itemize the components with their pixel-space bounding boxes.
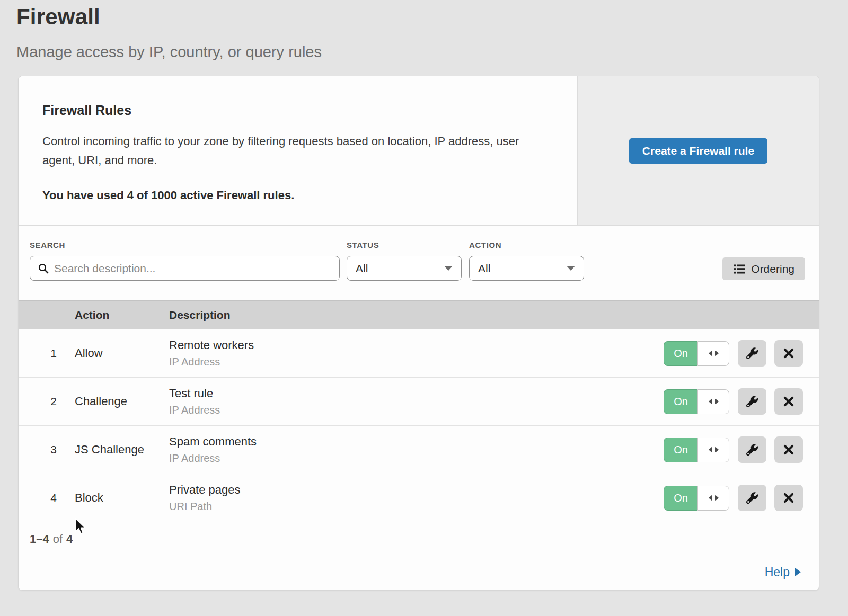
- rule-enabled-toggle[interactable]: On: [664, 341, 729, 366]
- delete-rule-button[interactable]: [774, 485, 803, 511]
- firewall-rules-card: Firewall Rules Control incoming traffic …: [18, 76, 819, 591]
- rule-match-type: IP Address: [169, 404, 664, 416]
- rule-controls: On: [664, 436, 819, 463]
- toggle-on-label: On: [664, 486, 697, 511]
- section-heading: Firewall Rules: [42, 103, 553, 118]
- toggle-on-label: On: [664, 389, 697, 414]
- rule-enabled-toggle[interactable]: On: [664, 438, 729, 462]
- edit-rule-button[interactable]: [738, 388, 766, 415]
- toggle-on-label: On: [664, 438, 697, 462]
- description-column-header: Description: [169, 309, 819, 322]
- drag-arrows-icon: [697, 389, 729, 414]
- wrench-icon: [746, 347, 758, 359]
- edit-rule-button[interactable]: [738, 485, 766, 511]
- rule-priority: 2: [19, 395, 75, 408]
- rule-match-type: IP Address: [169, 356, 664, 368]
- rule-enabled-toggle[interactable]: On: [664, 389, 729, 414]
- section-description: Control incoming traffic to your zone by…: [42, 132, 549, 170]
- delete-rule-button[interactable]: [774, 340, 803, 367]
- overview-text: Firewall Rules Control incoming traffic …: [19, 76, 577, 225]
- rule-controls: On: [664, 388, 819, 415]
- search-icon: [38, 263, 49, 274]
- page-title: Firewall: [16, 4, 848, 30]
- rule-match-type: URI Path: [169, 501, 664, 513]
- rule-priority: 1: [19, 347, 75, 360]
- pagination: 1–4 of 4: [19, 522, 819, 556]
- rule-priority: 4: [19, 492, 75, 504]
- action-column-header: Action: [75, 309, 169, 322]
- rule-description-cell: Remote workers IP Address: [169, 338, 664, 368]
- page-subtitle: Manage access by IP, country, or query r…: [16, 43, 848, 61]
- help-link-label: Help: [765, 565, 790, 579]
- pagination-total: 4: [66, 532, 73, 546]
- wrench-icon: [746, 444, 758, 456]
- create-rule-panel: Create a Firewall rule: [577, 76, 819, 225]
- action-select-value: All: [478, 262, 490, 275]
- search-box: [30, 256, 340, 281]
- table-row: 3 JS Challenge Spam comments IP Address …: [19, 426, 819, 474]
- close-icon: [783, 396, 794, 407]
- edit-rule-button[interactable]: [738, 436, 766, 463]
- close-icon: [783, 347, 794, 359]
- ordering-button[interactable]: Ordering: [722, 257, 805, 280]
- ordered-list-icon: [733, 263, 745, 275]
- overview-section: Firewall Rules Control incoming traffic …: [19, 76, 819, 226]
- table-row: 4 Block Private pages URI Path On: [19, 474, 819, 522]
- close-icon: [783, 492, 794, 504]
- rule-enabled-toggle[interactable]: On: [664, 486, 729, 511]
- rule-controls: On: [664, 340, 819, 367]
- usage-summary: You have used 4 of 1000 active Firewall …: [42, 189, 553, 202]
- rule-action: JS Challenge: [75, 443, 169, 457]
- drag-arrows-icon: [697, 486, 729, 511]
- status-select[interactable]: All: [347, 256, 462, 281]
- rule-description: Remote workers: [169, 338, 664, 352]
- toggle-on-label: On: [664, 341, 697, 366]
- wrench-icon: [746, 396, 758, 407]
- filters-bar: SEARCH STATUS ACTION All All: [19, 226, 819, 300]
- status-label: STATUS: [347, 240, 379, 249]
- rule-priority: 3: [19, 443, 75, 456]
- action-label: ACTION: [469, 240, 501, 249]
- drag-arrows-icon: [697, 438, 729, 462]
- search-label: SEARCH: [30, 240, 65, 249]
- pagination-range: 1–4: [30, 532, 49, 546]
- delete-rule-button[interactable]: [774, 388, 803, 415]
- rule-description-cell: Spam comments IP Address: [169, 435, 664, 465]
- card-footer: Help: [19, 556, 819, 588]
- delete-rule-button[interactable]: [774, 436, 803, 463]
- wrench-icon: [746, 492, 758, 504]
- chevron-down-icon: [444, 266, 453, 271]
- action-select[interactable]: All: [469, 256, 584, 281]
- table-header: Action Description: [19, 300, 819, 329]
- search-input[interactable]: [54, 262, 332, 275]
- rule-description: Private pages: [169, 483, 664, 497]
- edit-rule-button[interactable]: [738, 340, 766, 367]
- rule-description: Spam comments: [169, 435, 664, 449]
- help-link[interactable]: Help: [765, 565, 801, 579]
- chevron-right-icon: [795, 568, 801, 576]
- table-row: 2 Challenge Test rule IP Address On: [19, 378, 819, 426]
- rule-action: Challenge: [75, 395, 169, 408]
- pagination-of: of: [53, 532, 63, 546]
- rule-description: Test rule: [169, 387, 664, 400]
- drag-arrows-icon: [697, 341, 729, 366]
- rule-controls: On: [664, 485, 819, 511]
- ordering-button-label: Ordering: [751, 263, 794, 275]
- rule-description-cell: Private pages URI Path: [169, 483, 664, 513]
- page-header: Firewall Manage access by IP, country, o…: [0, 0, 848, 61]
- table-row: 1 Allow Remote workers IP Address On: [19, 329, 819, 378]
- status-select-value: All: [356, 262, 368, 275]
- chevron-down-icon: [567, 266, 575, 271]
- create-firewall-rule-button[interactable]: Create a Firewall rule: [629, 138, 767, 164]
- close-icon: [783, 444, 794, 456]
- rule-match-type: IP Address: [169, 452, 664, 465]
- rule-description-cell: Test rule IP Address: [169, 387, 664, 416]
- rule-action: Allow: [75, 346, 169, 360]
- rule-action: Block: [75, 491, 169, 505]
